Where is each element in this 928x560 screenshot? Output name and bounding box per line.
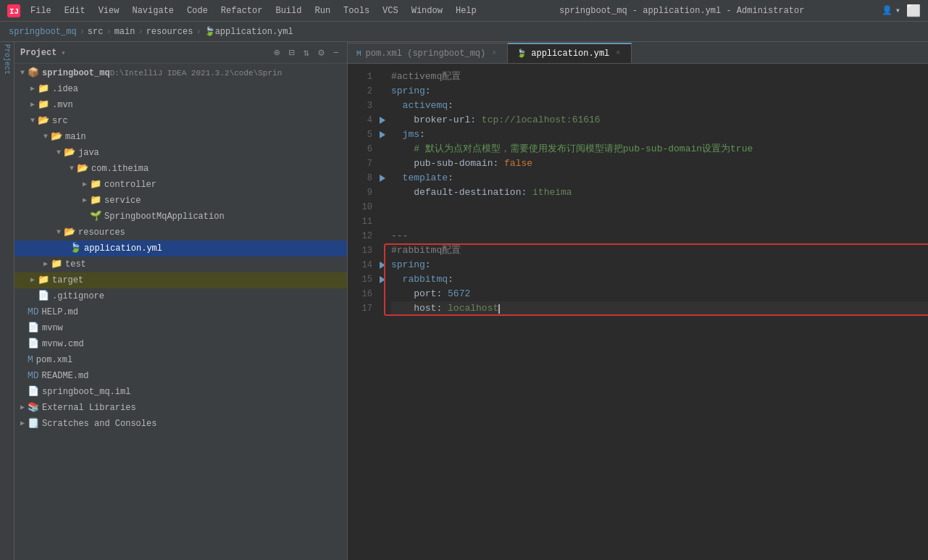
menu-code[interactable]: Code (181, 4, 214, 17)
menu-file[interactable]: File (25, 4, 57, 17)
code-editor[interactable]: 1 2 3 4 5 6 7 8 9 10 11 12 13 14 15 16 1… (348, 64, 928, 560)
tree-item-controller[interactable]: ▶ 📁 controller (14, 177, 347, 193)
code-line-16: port: 5672 (391, 287, 928, 301)
tab-pom-xml-close[interactable]: × (490, 49, 498, 58)
menu-view[interactable]: View (93, 4, 125, 17)
line-num-2: 2 (348, 84, 372, 99)
iml-icon: 📄 (28, 385, 39, 399)
window-title: springboot_mq - application.yml - Admini… (482, 6, 882, 16)
gutter-15 (377, 272, 388, 287)
locate-icon[interactable]: ⊟ (286, 45, 296, 60)
code-line-5: jms: (391, 128, 928, 142)
sort-icon[interactable]: ⇅ (301, 45, 312, 60)
tree-item-application-yml[interactable]: 🍃 application.yml (14, 241, 347, 256)
tree-item-resources[interactable]: ▼ 📂 resources (14, 225, 347, 241)
tab-application-yml[interactable]: 🍃 application.yml × (508, 43, 632, 63)
collapse-icon[interactable]: − (331, 46, 341, 60)
tree-item-gitignore[interactable]: 📄 .gitignore (14, 288, 347, 304)
menu-refactor[interactable]: Refactor (215, 4, 269, 17)
user-area[interactable]: 👤 ▾ (882, 5, 900, 16)
code-key-port: port (414, 287, 436, 301)
code-line-9: default-destination: itheima (391, 185, 928, 200)
arrow-controller: ▶ (80, 177, 90, 192)
folder-icon-test: 📁 (51, 257, 62, 272)
tree-item-pom-xml[interactable]: M pom.xml (14, 352, 347, 368)
tree-item-mvnw-cmd[interactable]: 📄 mvnw.cmd (14, 336, 347, 352)
menu-help[interactable]: Help (450, 4, 482, 17)
tree-item-service[interactable]: ▶ 📁 service (14, 193, 347, 209)
line-num-16: 16 (348, 287, 372, 301)
code-indent-5 (391, 128, 403, 142)
tab-yml-icon: 🍃 (517, 49, 527, 58)
breadcrumb-part-1[interactable]: src (88, 27, 104, 37)
main-layout: Project Project ▾ ⊕ ⊟ ⇅ ⚙ − ▼ 📦 springbo… (0, 42, 928, 560)
arrow-resources: ▼ (54, 225, 64, 240)
menu-tools[interactable]: Tools (338, 4, 375, 17)
code-colon-17: : (436, 301, 448, 316)
arrow-java: ▼ (54, 146, 64, 160)
breadcrumb-part-2[interactable]: main (114, 27, 135, 37)
label-iml: springboot_mq.iml (42, 385, 130, 399)
tree-item-mvnw[interactable]: 📄 mvnw (14, 320, 347, 336)
code-line-4: broker-url: tcp://localhost:61616 (391, 113, 928, 128)
fold-arrow-4[interactable] (380, 117, 385, 124)
fold-arrow-14[interactable] (380, 262, 385, 269)
line-num-11: 11 (348, 214, 372, 229)
menu-vcs[interactable]: VCS (377, 4, 404, 17)
label-service: service (104, 193, 141, 208)
tree-item-idea[interactable]: ▶ 📁 .idea (14, 81, 347, 97)
code-content[interactable]: #activemq配置 spring: activemq: broker-url… (388, 64, 928, 560)
menu-edit[interactable]: Edit (59, 4, 91, 17)
tree-item-springboot-app[interactable]: 🌱 SpringbootMqApplication (14, 209, 347, 225)
gitignore-icon: 📄 (38, 289, 49, 304)
breadcrumb-sep-3: › (196, 27, 201, 37)
tree-item-java[interactable]: ▼ 📂 java (14, 145, 347, 161)
tab-application-yml-close[interactable]: × (614, 49, 622, 58)
label-application-yml: application.yml (84, 241, 162, 256)
tree-item-springboot-mq[interactable]: ▼ 📦 springboot_mq D:\IntelliJ IDEA 2021.… (14, 65, 347, 81)
menu-window[interactable]: Window (406, 4, 448, 17)
label-gitignore: .gitignore (52, 289, 104, 304)
fold-arrow-15[interactable] (380, 276, 385, 283)
menu-navigate[interactable]: Navigate (126, 4, 180, 17)
code-indent-17 (391, 301, 414, 316)
tree-item-mvn[interactable]: ▶ 📁 .mvn (14, 97, 347, 113)
tree-item-scratches[interactable]: ▶ 🗒️ Scratches and Consoles (14, 416, 347, 432)
code-colon-9: : (521, 185, 532, 200)
fold-arrow-5[interactable] (380, 131, 385, 138)
code-line-15: rabbitmq: (391, 272, 928, 287)
tree-item-readme-md[interactable]: MD README.md (14, 368, 347, 384)
breadcrumb-part-4[interactable]: application.yml (215, 27, 293, 37)
tree-item-external-libs[interactable]: ▶ 📚 External Libraries (14, 400, 347, 416)
tree-item-target[interactable]: ▶ 📁 target (14, 272, 347, 288)
add-icon[interactable]: ⊕ (272, 45, 282, 60)
code-key-dest: default-destination (414, 185, 521, 200)
arrow-mvn: ▶ (28, 98, 38, 112)
tree-item-com-itheima[interactable]: ▼ 📂 com.itheima (14, 161, 347, 177)
fold-arrow-8[interactable] (380, 175, 385, 182)
gutter-13 (377, 243, 388, 258)
project-side-icon[interactable]: Project (1, 45, 13, 74)
tree-item-help-md[interactable]: MD HELP.md (14, 304, 347, 320)
settings-icon[interactable]: ⚙ (316, 45, 326, 60)
tree-item-iml[interactable]: 📄 springboot_mq.iml (14, 384, 347, 400)
code-val-dest: itheima (532, 185, 572, 200)
code-colon-15: : (448, 272, 453, 287)
code-comment-13: #rabbitmq配置 (391, 243, 461, 258)
tree-item-test[interactable]: ▶ 📁 test (14, 256, 347, 272)
breadcrumb-part-0[interactable]: springboot_mq (9, 27, 77, 37)
label-scratches: Scratches and Consoles (42, 417, 156, 431)
breadcrumb-file-icon: 🍃 (204, 26, 215, 37)
tab-pom-xml[interactable]: M pom.xml (springboot_mq) × (348, 43, 508, 63)
project-toolbar: Project ▾ ⊕ ⊟ ⇅ ⚙ − (14, 42, 347, 64)
menu-build[interactable]: Build (269, 4, 307, 17)
breadcrumb-part-3[interactable]: resources (146, 27, 193, 37)
label-java: java (78, 146, 99, 160)
line-num-6: 6 (348, 142, 372, 156)
code-val-host: localhost (448, 301, 498, 316)
tree-item-src[interactable]: ▼ 📂 src (14, 113, 347, 129)
tree-item-main[interactable]: ▼ 📂 main (14, 129, 347, 145)
menu-run[interactable]: Run (309, 4, 336, 17)
maximize-icon[interactable]: ⬜ (906, 4, 921, 18)
code-colon-8: : (448, 171, 453, 185)
